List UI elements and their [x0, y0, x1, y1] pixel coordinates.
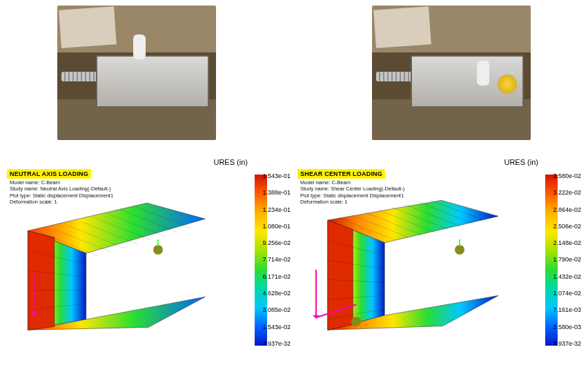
- background-board: [373, 6, 431, 48]
- tick: 7.714e-02: [262, 257, 291, 263]
- colorbar-unit: URES (in): [504, 158, 538, 166]
- background-board: [59, 6, 117, 48]
- simulation-row: NEUTRAL AXIS LOADING Model name: C-Beam …: [0, 154, 588, 376]
- colorbar-ticks: 1.543e-01 1.388e-01 1.234e-01 1.080e-01 …: [259, 173, 291, 347]
- c-beam-specimen: [96, 55, 209, 108]
- load-clip: [477, 61, 489, 86]
- sim-neutral-axis: NEUTRAL AXIS LOADING Model name: C-Beam …: [7, 157, 291, 364]
- sim-shear-center: SHEAR CENTER LOADING Model name: C-Beam …: [297, 157, 581, 364]
- load-arrow-icon: [33, 274, 35, 315]
- probe-marker-icon: [455, 245, 464, 255]
- tick: 4.628e-02: [262, 290, 291, 297]
- tick: 3.580e-02: [553, 173, 581, 179]
- tick: 1.790e-02: [553, 257, 581, 263]
- tick: 3.222e-02: [553, 190, 581, 196]
- tick: 1.234e-01: [262, 207, 291, 213]
- tick: 6.171e-02: [262, 274, 291, 280]
- tick: 1.543e-01: [262, 173, 291, 179]
- tick: 3.580e-03: [553, 324, 581, 330]
- meta-model: Model name: C-Beam: [300, 179, 404, 186]
- load-clip: [133, 34, 146, 59]
- tick: 3.937e-32: [553, 341, 581, 347]
- photo-neutral-axis: [57, 6, 216, 140]
- photo-shear-center: [372, 6, 531, 140]
- tick: 1.080e-01: [262, 224, 291, 230]
- tick: 1.388e-01: [262, 190, 291, 196]
- fea-beam-render: [304, 191, 504, 350]
- colorbar-ticks: 3.580e-02 3.222e-02 2.864e-02 2.506e-02 …: [549, 173, 581, 347]
- figure-composite: NEUTRAL AXIS LOADING Model name: C-Beam …: [0, 0, 588, 376]
- tick: 1.432e-02: [553, 274, 581, 280]
- tick: 1.543e-02: [262, 324, 291, 330]
- tick: 2.148e-02: [553, 240, 581, 246]
- tick: 2.506e-02: [553, 224, 581, 230]
- svg-marker-19: [328, 220, 353, 330]
- probe-marker-icon: [153, 245, 163, 255]
- tick: 7.161e-03: [553, 307, 581, 313]
- fea-beam-render: [14, 191, 214, 350]
- yellow-marker-icon: [498, 75, 517, 94]
- tick: 3.937e-32: [262, 341, 291, 347]
- tick: 2.864e-02: [553, 207, 581, 213]
- sim-title-banner: NEUTRAL AXIS LOADING: [7, 169, 91, 179]
- shear-center-marker-icon: [351, 317, 361, 326]
- meta-model: Model name: C-Beam: [10, 179, 113, 186]
- photo-row: [0, 0, 588, 154]
- load-arrow-icon: [315, 270, 317, 318]
- colorbar-unit: URES (in): [213, 158, 248, 166]
- sim-title-banner: SHEAR CENTER LOADING: [297, 169, 385, 179]
- tick: 9.256e-02: [262, 240, 291, 246]
- tick: 1.074e-02: [553, 290, 581, 297]
- tick: 3.085e-02: [262, 307, 291, 313]
